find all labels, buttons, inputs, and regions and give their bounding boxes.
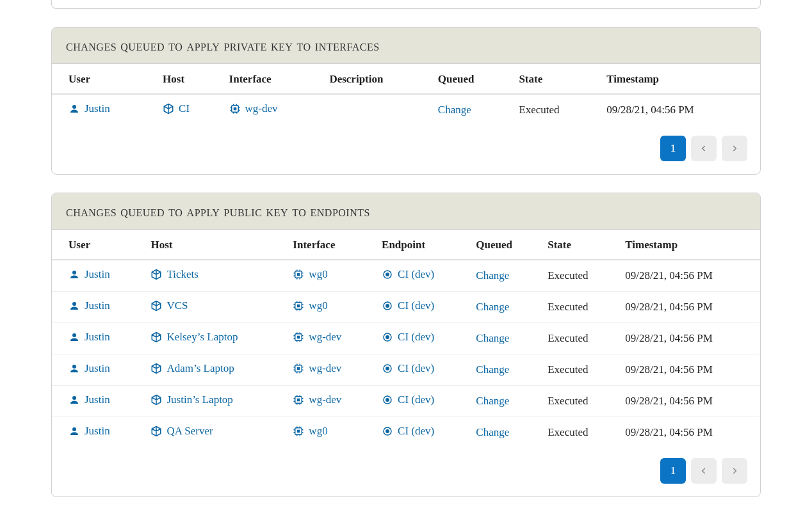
interface-link[interactable]: wg-dev — [293, 362, 341, 375]
cell-timestamp: 09/28/21, 04:56 PM — [617, 323, 760, 354]
endpoint-link[interactable]: CI (dev) — [382, 331, 434, 344]
link-label: Justin — [85, 362, 110, 375]
user-link[interactable]: Justin — [69, 393, 110, 406]
table-row: JustinJustin’s Laptopwg-devCI (dev)Chang… — [52, 386, 760, 417]
endpoints-table: User Host Interface Endpoint Queued Stat… — [52, 230, 760, 448]
prev-page-button[interactable] — [691, 458, 717, 484]
cube-icon — [163, 103, 174, 115]
table-row: JustinCIwg-devChangeExecuted09/28/21, 04… — [52, 94, 760, 125]
next-page-button[interactable] — [722, 136, 747, 161]
interface-link[interactable]: wg0 — [293, 299, 327, 312]
queued-change-link[interactable]: Change — [476, 301, 509, 314]
queued-change-link[interactable]: Change — [476, 332, 509, 345]
user-icon — [69, 103, 80, 115]
host-link[interactable]: Adam’s Laptop — [150, 362, 234, 375]
cell-state: Executed — [540, 323, 617, 354]
link-label: wg0 — [309, 425, 327, 438]
user-icon — [69, 269, 80, 280]
endpoint-icon — [382, 394, 393, 406]
page-1-button[interactable]: 1 — [660, 458, 686, 484]
interface-link[interactable]: wg-dev — [293, 331, 341, 344]
user-link[interactable]: Justin — [69, 299, 110, 312]
col-description: Description — [321, 64, 430, 94]
table-row: JustinVCSwg0CI (dev)ChangeExecuted09/28/… — [52, 292, 760, 323]
link-label: wg-dev — [309, 362, 341, 375]
panel-private-key-interfaces: changes queued to apply private key to i… — [51, 27, 761, 175]
chip-icon — [293, 300, 304, 312]
previous-panel-edge — [51, 0, 761, 9]
chevron-right-icon — [730, 466, 739, 475]
queued-change-link[interactable]: Change — [476, 269, 509, 282]
interface-link[interactable]: wg-dev — [293, 393, 341, 406]
cell-description — [321, 94, 430, 125]
endpoint-link[interactable]: CI (dev) — [382, 268, 434, 281]
link-label: CI (dev) — [398, 331, 434, 344]
panel-public-key-endpoints: changes queued to apply public key to en… — [51, 193, 761, 497]
chevron-left-icon — [699, 144, 708, 153]
table-row: JustinQA Serverwg0CI (dev)ChangeExecuted… — [52, 417, 760, 449]
table-row: JustinAdam’s Laptopwg-devCI (dev)ChangeE… — [52, 354, 760, 386]
col-host: Host — [143, 230, 285, 260]
interface-link[interactable]: wg-dev — [229, 102, 278, 115]
next-page-button[interactable] — [722, 458, 747, 484]
endpoint-icon — [382, 331, 393, 343]
user-link[interactable]: Justin — [69, 102, 110, 115]
cell-timestamp: 09/28/21, 04:56 PM — [617, 354, 760, 386]
host-link[interactable]: Justin’s Laptop — [150, 393, 232, 406]
table-row: JustinTicketswg0CI (dev)ChangeExecuted09… — [52, 260, 760, 292]
host-link[interactable]: Kelsey’s Laptop — [150, 331, 238, 344]
chip-icon — [293, 394, 304, 406]
endpoint-link[interactable]: CI (dev) — [382, 425, 434, 438]
cell-timestamp: 09/28/21, 04:56 PM — [617, 292, 760, 323]
cell-timestamp: 09/28/21, 04:56 PM — [617, 386, 760, 417]
col-queued: Queued — [468, 230, 540, 260]
link-label: wg0 — [309, 268, 327, 281]
col-timestamp: Timestamp — [617, 230, 760, 260]
col-state: State — [511, 64, 599, 94]
queued-change-link[interactable]: Change — [476, 363, 509, 376]
chip-icon — [293, 269, 304, 280]
link-label: CI (dev) — [398, 393, 434, 406]
table-row: JustinKelsey’s Laptopwg-devCI (dev)Chang… — [52, 323, 760, 354]
cell-state: Executed — [540, 292, 617, 323]
col-timestamp: Timestamp — [599, 64, 760, 94]
link-label: Justin — [85, 425, 110, 438]
col-host: Host — [155, 64, 222, 94]
user-icon — [69, 300, 80, 312]
prev-page-button[interactable] — [691, 136, 717, 161]
link-label: CI (dev) — [398, 362, 434, 375]
link-label: Justin — [85, 299, 110, 312]
host-link[interactable]: VCS — [150, 299, 188, 312]
cell-state: Executed — [511, 94, 599, 125]
cell-timestamp: 09/28/21, 04:56 PM — [617, 260, 760, 292]
interface-link[interactable]: wg0 — [293, 268, 327, 281]
link-label: VCS — [166, 299, 188, 312]
link-label: Justin’s Laptop — [166, 393, 232, 406]
link-label: wg-dev — [309, 331, 341, 344]
user-link[interactable]: Justin — [69, 331, 110, 344]
cube-icon — [150, 300, 162, 312]
link-label: CI (dev) — [398, 299, 434, 312]
queued-change-link[interactable]: Change — [438, 104, 471, 116]
page-1-button[interactable]: 1 — [660, 136, 686, 161]
col-queued: Queued — [430, 64, 512, 94]
chip-icon — [293, 425, 304, 437]
cell-state: Executed — [540, 386, 617, 417]
queued-change-link[interactable]: Change — [476, 395, 509, 408]
endpoint-link[interactable]: CI (dev) — [382, 393, 434, 406]
user-link[interactable]: Justin — [69, 425, 110, 438]
endpoint-link[interactable]: CI (dev) — [382, 299, 434, 312]
user-link[interactable]: Justin — [69, 362, 110, 375]
interface-link[interactable]: wg0 — [293, 425, 327, 438]
queued-change-link[interactable]: Change — [476, 426, 509, 439]
host-link[interactable]: CI — [163, 102, 190, 115]
endpoint-link[interactable]: CI (dev) — [382, 362, 434, 375]
chevron-right-icon — [730, 144, 739, 153]
host-link[interactable]: Tickets — [150, 268, 198, 281]
user-link[interactable]: Justin — [69, 268, 110, 281]
endpoint-icon — [382, 300, 393, 312]
col-interface: Interface — [222, 64, 322, 94]
host-link[interactable]: QA Server — [150, 425, 213, 438]
chip-icon — [229, 103, 241, 115]
endpoint-icon — [382, 269, 393, 280]
